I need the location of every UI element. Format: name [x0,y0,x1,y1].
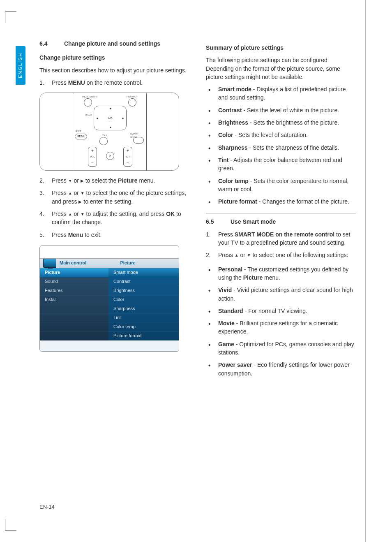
setting-desc: - Adjusts the color balance between red … [218,157,342,171]
text: Press [52,79,68,86]
osd-right-item: Tint [108,313,179,322]
right-column: Summary of picture settings The followin… [206,39,356,383]
triangle-down-icon: ▼ [68,178,72,184]
osd-menu-illustration: Main control Picture Picture Sound Featu… [39,246,179,352]
section-number: 6.5 [206,218,229,226]
setting-desc: - Sets the sharpness of fine details. [248,144,339,151]
osd-right-item: Color temp [108,322,179,331]
setting-item: Sharpness - Sets the sharpness of fine d… [206,144,356,152]
text: or [72,211,81,217]
triangle-up-icon: ▲ [68,190,72,197]
section-title: Use Smart mode [231,218,276,225]
osd-header-right: Picture [120,260,135,266]
step-1: Press MENU on the remote control. [39,79,189,87]
setting-name: Contrast [218,107,242,113]
setting-item: Color temp - Sets the color temperature … [206,177,356,194]
text: on the remote control. [85,79,143,86]
crop-mark-top-left [5,12,16,23]
step-3: Press ▲ or ▼ to select the one of the pi… [39,189,189,206]
osd-left-item [40,322,108,331]
ok-bold: OK [166,211,175,217]
text: Press [52,211,68,217]
setting-item: Tint - Adjusts the color balance between… [206,156,356,173]
volume-rocker: + VOL − [88,147,97,167]
menu-bold: MENU [68,79,85,86]
osd-left-item: Picture [40,268,108,277]
mode-item: Personal - The customized settings you d… [206,265,356,282]
triangle-right-icon: ▶ [81,178,84,184]
step-4: Press ▲ or ▼ to adjust the setting, and … [39,210,189,227]
triangle-down-icon: ▼ [81,211,85,218]
section-number: 6.4 [39,39,62,48]
setting-name: Sharpness [218,144,248,151]
triangle-up-icon: ▲ [235,252,239,259]
menu-bold: Menu [68,232,83,238]
mode-name: Game [218,341,234,347]
osd-left-item [40,304,108,313]
setting-name: Picture format [218,198,257,205]
sm-step-2: Press ▲ or ▼ to select one of the follow… [206,251,356,259]
osd-right-item: Picture format [108,331,179,340]
smart-mode-steps: Press SMART MODE on the remote control t… [206,230,356,259]
setting-item: Color - Sets the level of saturation. [206,131,356,139]
ok-label: OK [108,116,113,120]
vol-label: VOL [90,155,95,159]
text: to enter the setting. [82,198,133,205]
smart-mode-button [133,137,144,144]
osd-top-bar [40,246,179,258]
setting-item: Smart mode - Displays a list of predefin… [206,85,356,102]
mode-name: Personal [218,266,242,273]
channel-rocker: + CH − [123,147,132,167]
setting-name: Smart mode [218,86,251,93]
setting-name: Color [218,132,233,138]
mode-name: Power saver [218,361,252,368]
text: Press [218,231,235,238]
smart-mode-options: Personal - The customized settings you d… [206,265,356,378]
plus-icon: + [127,148,129,154]
mode-desc: - Vivid picture settings and clear sound… [218,287,353,301]
osd-right-item: Contrast [108,277,179,286]
osd-left-pane: Picture Sound Features Install [40,268,108,340]
osd-header-left: Main control [60,260,86,266]
osd-right-pane: Smart mode Contrast Brightness Color Sha… [108,268,179,340]
steps-list-2: Press ▼ or ▶ to select the Picture menu.… [39,176,189,239]
mode-item: Movie - Brilliant picture settings for a… [206,319,356,336]
osd-left-item: Sound [40,277,108,286]
remote-control-illustration: SLEEP DUAL I-II SURF INCR. SURR. FORMAT … [39,93,179,171]
tv-icon [43,259,56,268]
setting-desc: - Sets the level of white in the picture… [242,107,339,113]
text: to select the [84,177,118,184]
mute-button: ✕ [106,152,114,160]
mode-item: Standard - For normal TV viewing. [206,307,356,315]
mode-desc-bold: Picture [243,274,263,281]
text: or [72,177,81,184]
setting-desc: - Changes the format of the picture. [257,198,349,205]
mode-item: Game - Optimized for PCs, games consoles… [206,340,356,357]
language-tab: ENGLISH [16,46,25,85]
page-number: EN-14 [39,503,55,511]
triangle-down-icon: ▼ [81,190,85,197]
ok-ring: OK [94,106,127,130]
back-label: BACK [85,113,92,117]
summary-heading: Summary of picture settings [206,44,356,52]
change-picture-subhead: Change picture settings [39,53,189,62]
text: or [239,252,247,258]
section-divider [206,213,356,213]
setting-name: Color temp [218,178,249,184]
mode-name: Vivid [218,287,232,293]
minus-icon: − [91,160,94,166]
mode-desc: - Optimized for PCs, games consoles and … [218,341,354,356]
minus-icon: − [127,160,129,166]
smart-mode-bold: SMART MODE on the remote control [235,231,334,238]
osd-header: Main control Picture [40,258,179,268]
osd-right-item: Sharpness [108,304,179,313]
picture-bold: Picture [118,177,137,184]
crop-mark-bottom-left [5,519,16,530]
text: Press [52,232,68,238]
text: Press [52,190,68,196]
osd-bottom-bar [40,340,179,351]
text: Press [52,177,68,184]
setting-desc: - Sets the brightness of the picture. [248,119,339,126]
section-6-5-heading: 6.5 Use Smart mode [206,218,356,226]
triangle-down-icon: ▼ [247,252,251,259]
